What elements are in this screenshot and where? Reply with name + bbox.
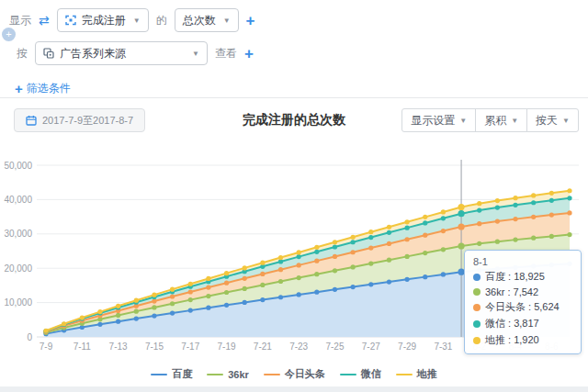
data-point[interactable] bbox=[477, 207, 481, 212]
data-point[interactable] bbox=[423, 220, 427, 225]
legend-item-微信[interactable]: 微信 bbox=[340, 367, 381, 381]
data-point[interactable] bbox=[495, 240, 500, 244]
data-point[interactable] bbox=[170, 310, 175, 315]
data-point[interactable] bbox=[387, 225, 391, 230]
data-point[interactable] bbox=[260, 283, 265, 287]
data-point[interactable] bbox=[243, 265, 247, 270]
data-point[interactable] bbox=[405, 237, 410, 241]
data-point[interactable] bbox=[387, 258, 391, 263]
swap-icon[interactable]: ⇄ bbox=[39, 14, 50, 27]
cumulative-toggle-button[interactable]: 累积 ▼ bbox=[475, 108, 527, 132]
data-point[interactable] bbox=[531, 200, 536, 205]
data-point[interactable] bbox=[170, 301, 175, 306]
data-point[interactable] bbox=[495, 205, 500, 209]
data-point[interactable] bbox=[441, 229, 446, 233]
data-point[interactable] bbox=[243, 276, 247, 281]
add-dimension-button[interactable]: + bbox=[244, 46, 254, 62]
display-settings-button[interactable]: 显示设置 ▼ bbox=[401, 108, 476, 132]
data-point[interactable] bbox=[97, 309, 102, 314]
add-filter-link[interactable]: + 筛选条件 bbox=[15, 81, 579, 96]
granularity-button[interactable]: 按天 ▼ bbox=[526, 108, 579, 132]
legend-item-百度[interactable]: 百度 bbox=[151, 367, 192, 381]
data-point[interactable] bbox=[351, 285, 356, 289]
data-point[interactable] bbox=[477, 221, 481, 226]
data-point[interactable] bbox=[243, 286, 247, 291]
data-point[interactable] bbox=[567, 188, 571, 193]
data-point[interactable] bbox=[297, 254, 301, 259]
data-point[interactable] bbox=[351, 264, 356, 269]
data-point[interactable] bbox=[297, 250, 301, 254]
data-point[interactable] bbox=[495, 198, 500, 203]
data-point[interactable] bbox=[513, 196, 517, 200]
data-point[interactable] bbox=[549, 234, 554, 239]
data-point[interactable] bbox=[314, 272, 319, 276]
data-point[interactable] bbox=[206, 276, 210, 281]
data-point[interactable] bbox=[314, 290, 319, 295]
data-point[interactable] bbox=[405, 254, 410, 259]
data-point[interactable] bbox=[152, 313, 156, 318]
data-point[interactable] bbox=[567, 232, 571, 237]
data-point[interactable] bbox=[188, 282, 193, 286]
data-point[interactable] bbox=[152, 305, 156, 309]
data-point[interactable] bbox=[441, 209, 446, 214]
data-point[interactable] bbox=[351, 250, 356, 254]
legend-item-今日头条[interactable]: 今日头条 bbox=[264, 367, 325, 381]
data-point[interactable] bbox=[134, 316, 139, 320]
data-point[interactable] bbox=[333, 287, 337, 292]
data-point[interactable] bbox=[278, 279, 283, 284]
add-row-button[interactable]: + bbox=[2, 28, 16, 41]
data-point[interactable] bbox=[333, 254, 337, 259]
data-point[interactable] bbox=[260, 297, 265, 302]
data-point[interactable] bbox=[368, 261, 373, 265]
data-point[interactable] bbox=[224, 290, 229, 295]
data-point[interactable] bbox=[513, 203, 517, 207]
data-point[interactable] bbox=[387, 279, 391, 284]
data-point[interactable] bbox=[387, 241, 391, 246]
data-point[interactable] bbox=[333, 244, 337, 249]
data-point[interactable] bbox=[368, 230, 373, 234]
data-point[interactable] bbox=[458, 223, 464, 230]
data-point[interactable] bbox=[278, 295, 283, 299]
chart-area[interactable]: 010,00020,00030,00040,00050,0007-97-117-… bbox=[0, 156, 588, 367]
data-point[interactable] bbox=[405, 219, 410, 224]
data-point[interactable] bbox=[188, 289, 193, 294]
data-point[interactable] bbox=[441, 272, 446, 276]
data-point[interactable] bbox=[260, 272, 265, 276]
data-point[interactable] bbox=[134, 309, 139, 314]
event-select[interactable]: 完成注册 ▼ bbox=[57, 8, 149, 32]
data-point[interactable] bbox=[297, 292, 301, 297]
data-point[interactable] bbox=[531, 236, 536, 241]
data-point[interactable] bbox=[423, 215, 427, 219]
data-point[interactable] bbox=[405, 277, 410, 282]
data-point[interactable] bbox=[423, 251, 427, 255]
data-point[interactable] bbox=[260, 261, 265, 265]
data-point[interactable] bbox=[387, 230, 391, 235]
data-point[interactable] bbox=[458, 210, 464, 217]
legend-item-地推[interactable]: 地推 bbox=[396, 367, 437, 381]
data-point[interactable] bbox=[243, 300, 247, 305]
data-point[interactable] bbox=[134, 298, 139, 303]
data-point[interactable] bbox=[206, 294, 210, 298]
data-point[interactable] bbox=[333, 268, 337, 273]
data-point[interactable] bbox=[423, 274, 427, 279]
data-point[interactable] bbox=[458, 204, 464, 210]
dimension-select[interactable]: 广告系列来源 ▼ bbox=[35, 41, 208, 65]
data-point[interactable] bbox=[567, 196, 571, 200]
data-point[interactable] bbox=[441, 247, 446, 252]
data-point[interactable] bbox=[278, 267, 283, 272]
data-point[interactable] bbox=[152, 298, 156, 303]
data-point[interactable] bbox=[188, 308, 193, 313]
data-point[interactable] bbox=[351, 235, 356, 240]
data-point[interactable] bbox=[116, 319, 120, 324]
legend-item-36kr[interactable]: 36kr bbox=[207, 367, 249, 381]
data-point[interactable] bbox=[405, 226, 410, 230]
data-point[interactable] bbox=[224, 303, 229, 308]
data-point[interactable] bbox=[170, 294, 175, 298]
data-point[interactable] bbox=[458, 242, 464, 249]
data-point[interactable] bbox=[116, 313, 120, 318]
data-point[interactable] bbox=[188, 297, 193, 302]
data-point[interactable] bbox=[549, 191, 554, 196]
data-point[interactable] bbox=[80, 315, 85, 319]
data-point[interactable] bbox=[477, 201, 481, 206]
data-point[interactable] bbox=[278, 255, 283, 260]
